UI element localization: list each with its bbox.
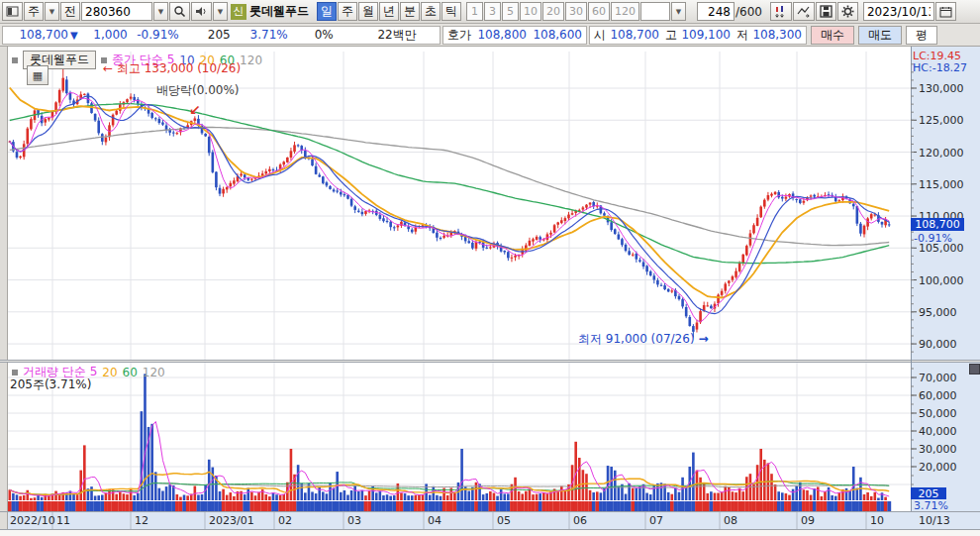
price-tick-label: 115,000 bbox=[919, 178, 964, 191]
minute-button-group: 13510203060120 bbox=[466, 2, 640, 21]
bid-price: 108,600 bbox=[527, 28, 582, 42]
volume-tick-label: 40,000 bbox=[919, 425, 957, 438]
current-price-badge: 108,700 bbox=[911, 218, 964, 231]
date-label: 06 bbox=[573, 514, 587, 527]
minute-button-60[interactable]: 60 bbox=[588, 2, 610, 21]
period-button-틱[interactable]: 틱 bbox=[441, 2, 461, 21]
volume-value: 205 bbox=[179, 28, 231, 42]
price-change: 1,000 bbox=[80, 28, 128, 42]
open-price: 108,700 bbox=[606, 28, 659, 42]
toolbar: 주 ▼ 전 ▼ ▼ 신 롯데웰푸드 일주월년분초틱 13510203060120… bbox=[0, 0, 980, 24]
date-label: 2022/10 bbox=[10, 514, 55, 527]
date-label: 2023/01 bbox=[209, 514, 254, 527]
period-button-년[interactable]: 년 bbox=[379, 2, 399, 21]
date-label: 11 bbox=[56, 514, 70, 527]
price-tick-label: 105,000 bbox=[919, 242, 964, 255]
date-axis[interactable]: 2022/1011122023/0102030405060708091010/1… bbox=[0, 511, 980, 530]
minute-button-1[interactable]: 1 bbox=[466, 2, 483, 21]
period-selector[interactable]: 주 bbox=[24, 2, 44, 21]
sell-button[interactable]: 매도 bbox=[858, 26, 902, 45]
minute-button-3[interactable]: 3 bbox=[484, 2, 501, 21]
stock-chart-window: 주 ▼ 전 ▼ ▼ 신 롯데웰푸드 일주월년분초틱 13510203060120… bbox=[0, 0, 980, 536]
trendline-icon[interactable] bbox=[793, 2, 815, 21]
calendar-icon[interactable] bbox=[935, 2, 956, 21]
period-button-분[interactable]: 분 bbox=[400, 2, 420, 21]
volume-tick-label: 20,000 bbox=[919, 461, 957, 474]
chart-tool-grid-icon[interactable]: ▦ bbox=[27, 65, 49, 85]
bar-count-input[interactable] bbox=[697, 2, 735, 21]
volume-tick-label: 60,000 bbox=[919, 389, 957, 402]
date-label: 12 bbox=[135, 514, 148, 527]
ohl-cell: 시 108,700 고 109,100 저 108,300 bbox=[589, 26, 807, 45]
minute-button-30[interactable]: 30 bbox=[565, 2, 587, 21]
date-label: 08 bbox=[724, 514, 737, 527]
date-label: 04 bbox=[428, 514, 441, 527]
search-icon[interactable] bbox=[169, 2, 190, 21]
buy-button[interactable]: 매수 bbox=[811, 26, 854, 45]
toolbar-stock-name: 롯데웰푸드 bbox=[248, 3, 313, 20]
down-arrow-icon: ▼ bbox=[70, 30, 78, 41]
volume-tick-label: 50,000 bbox=[919, 407, 957, 420]
date-label: 03 bbox=[347, 514, 361, 527]
avg-button[interactable]: 평 bbox=[906, 26, 937, 45]
price-tick-label: 100,000 bbox=[919, 274, 964, 287]
pane-control-button[interactable] bbox=[969, 364, 980, 375]
price-change-pct: -0.91% bbox=[128, 28, 179, 42]
chart-area[interactable]: 롯데웰푸드 종가 단순 5 10 20 60 120 ▦ ← 최고 133,00… bbox=[0, 47, 980, 536]
volume-tick-label: 70,000 bbox=[919, 372, 957, 384]
price-summary-cell: 108,700 ▼ 1,000 -0.91% 205 3.71% 0% 22백만 bbox=[2, 26, 441, 45]
speaker-icon[interactable] bbox=[191, 2, 212, 21]
ask-price: 108,800 bbox=[471, 28, 527, 42]
stock-code-caret-icon[interactable]: ▼ bbox=[153, 2, 168, 21]
stock-code-input[interactable] bbox=[81, 2, 152, 21]
date-input[interactable] bbox=[863, 2, 934, 21]
high-label: 고 bbox=[665, 27, 677, 44]
trade-amount: 22백만 bbox=[334, 27, 417, 44]
date-label: 09 bbox=[801, 514, 815, 527]
bar-count-max: /600 bbox=[735, 5, 762, 19]
quote-cell: 호가 108,800 108,600 bbox=[442, 26, 587, 45]
speaker-caret-icon[interactable]: ▼ bbox=[213, 2, 228, 21]
volume-pct: 3.71% bbox=[231, 28, 288, 42]
price-tick-label: 125,000 bbox=[919, 114, 964, 127]
minute-button-120[interactable]: 120 bbox=[611, 2, 639, 21]
current-price: 108,700 bbox=[7, 28, 68, 42]
date-label: 05 bbox=[497, 514, 511, 527]
price-tick-label: 95,000 bbox=[919, 306, 957, 319]
low-price: 108,300 bbox=[748, 28, 802, 42]
period-button-group: 일주월년분초틱 bbox=[317, 2, 462, 21]
current-volume-badge: 205 bbox=[911, 487, 946, 499]
minute-button-10[interactable]: 10 bbox=[520, 2, 541, 21]
hoga-label: 호가 bbox=[447, 27, 471, 44]
date-label: 07 bbox=[649, 514, 663, 527]
gear-icon[interactable] bbox=[837, 2, 858, 21]
stock-info-bar: 108,700 ▼ 1,000 -0.91% 205 3.71% 0% 22백만… bbox=[0, 24, 980, 47]
minute-button-20[interactable]: 20 bbox=[542, 2, 564, 21]
period-button-일[interactable]: 일 bbox=[317, 2, 337, 21]
new-issue-badge: 신 bbox=[231, 4, 246, 20]
price-tick-label: 120,000 bbox=[919, 147, 964, 160]
custom-minute-caret-icon[interactable]: ▼ bbox=[671, 2, 686, 21]
date-label: 10 bbox=[870, 514, 884, 527]
volume-tick-label: 30,000 bbox=[919, 443, 957, 456]
period-button-주[interactable]: 주 bbox=[338, 2, 357, 21]
high-price: 109,100 bbox=[677, 28, 731, 42]
period-button-초[interactable]: 초 bbox=[421, 2, 441, 21]
bar-spacing-icon[interactable] bbox=[770, 2, 792, 21]
prev-stock-button[interactable]: 전 bbox=[60, 2, 80, 21]
save-icon[interactable] bbox=[816, 2, 836, 21]
price-tick-label: 90,000 bbox=[919, 338, 957, 351]
candlestick-chart-canvas[interactable] bbox=[0, 47, 980, 536]
minute-button-5[interactable]: 5 bbox=[502, 2, 519, 21]
window-icon[interactable] bbox=[2, 2, 23, 21]
low-label: 저 bbox=[736, 27, 748, 44]
period-button-월[interactable]: 월 bbox=[358, 2, 378, 21]
period-selector-caret-icon[interactable]: ▼ bbox=[45, 2, 59, 21]
price-tick-label: 130,000 bbox=[919, 82, 964, 95]
open-label: 시 bbox=[594, 27, 606, 44]
strength-pct: 0% bbox=[288, 28, 334, 42]
current-date-label: 10/13 bbox=[919, 514, 950, 527]
date-label: 02 bbox=[278, 514, 292, 527]
custom-minute-input[interactable] bbox=[640, 2, 670, 21]
